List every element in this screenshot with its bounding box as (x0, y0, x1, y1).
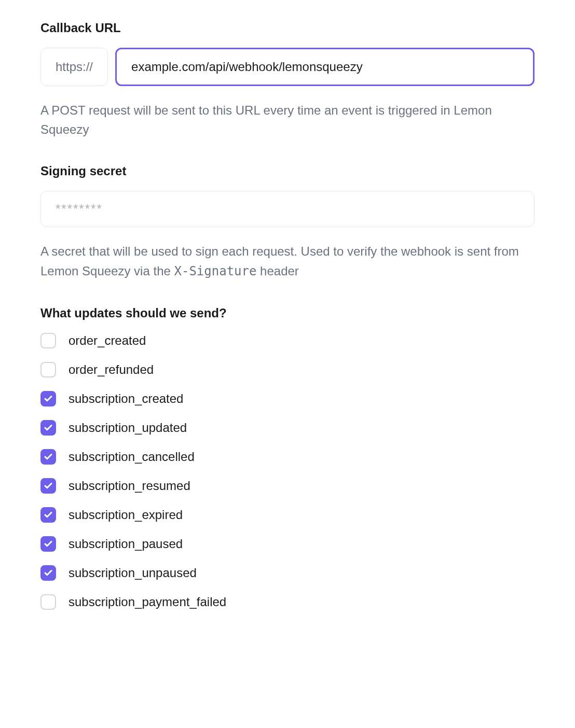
check-icon (44, 510, 53, 520)
checkbox-item-order_created: order_created (40, 333, 535, 348)
check-icon (44, 481, 53, 491)
checkbox-label: subscription_unpaused (69, 566, 197, 580)
events-label: What updates should we send? (40, 306, 535, 320)
callback-url-input[interactable] (115, 48, 535, 86)
checkbox-label: subscription_cancelled (69, 450, 195, 464)
checkbox-order_refunded[interactable] (40, 362, 56, 377)
checkbox-subscription_paused[interactable] (40, 536, 56, 552)
checkbox-subscription_cancelled[interactable] (40, 449, 56, 465)
check-icon (44, 394, 53, 403)
help-text-post: header (256, 264, 298, 278)
callback-url-help: A POST request will be sent to this URL … (40, 101, 535, 139)
checkbox-subscription_created[interactable] (40, 391, 56, 407)
checkbox-subscription_expired[interactable] (40, 507, 56, 523)
checkbox-item-subscription_unpaused: subscription_unpaused (40, 565, 535, 581)
checkbox-label: subscription_updated (69, 421, 187, 435)
checkbox-item-subscription_cancelled: subscription_cancelled (40, 449, 535, 465)
checkbox-label: order_refunded (69, 362, 154, 377)
signing-secret-label: Signing secret (40, 164, 535, 178)
checkbox-label: subscription_created (69, 391, 183, 406)
checkbox-item-subscription_resumed: subscription_resumed (40, 478, 535, 494)
checkbox-subscription_payment_failed[interactable] (40, 594, 56, 610)
checkbox-subscription_unpaused[interactable] (40, 565, 56, 581)
checkbox-item-subscription_updated: subscription_updated (40, 420, 535, 436)
help-text-code: X-Signature (174, 264, 257, 278)
checkbox-item-order_refunded: order_refunded (40, 362, 535, 377)
checkbox-label: subscription_paused (69, 537, 183, 551)
checkbox-label: subscription_payment_failed (69, 595, 226, 609)
url-prefix: https:// (40, 48, 108, 86)
signing-secret-help: A secret that will be used to sign each … (40, 242, 535, 281)
check-icon (44, 539, 53, 549)
checkbox-item-subscription_expired: subscription_expired (40, 507, 535, 523)
events-section: What updates should we send? order_creat… (40, 306, 535, 610)
callback-url-label: Callback URL (40, 21, 535, 35)
checkbox-subscription_updated[interactable] (40, 420, 56, 436)
checkbox-label: subscription_resumed (69, 479, 190, 493)
url-input-group: https:// (40, 48, 535, 86)
check-icon (44, 423, 53, 432)
checkbox-order_created[interactable] (40, 333, 56, 348)
checkbox-list: order_createdorder_refundedsubscription_… (40, 333, 535, 610)
check-icon (44, 568, 53, 578)
checkbox-label: order_created (69, 333, 146, 348)
check-icon (44, 452, 53, 461)
callback-url-section: Callback URL https:// A POST request wil… (40, 21, 535, 139)
signing-secret-input[interactable] (40, 191, 535, 227)
signing-secret-section: Signing secret A secret that will be use… (40, 164, 535, 281)
checkbox-subscription_resumed[interactable] (40, 478, 56, 494)
checkbox-item-subscription_created: subscription_created (40, 391, 535, 407)
checkbox-item-subscription_payment_failed: subscription_payment_failed (40, 594, 535, 610)
checkbox-item-subscription_paused: subscription_paused (40, 536, 535, 552)
checkbox-label: subscription_expired (69, 508, 183, 522)
